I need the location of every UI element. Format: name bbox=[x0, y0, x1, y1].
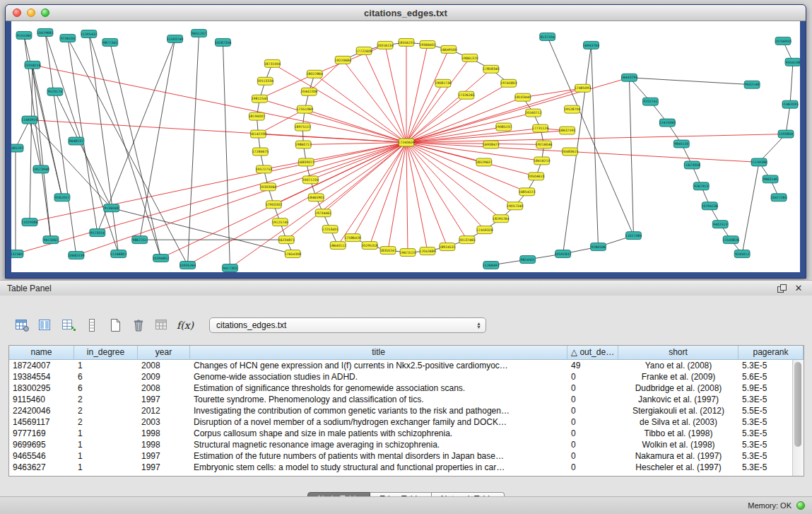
graph-node[interactable]: 19860712 bbox=[295, 141, 312, 148]
graph-edge[interactable] bbox=[629, 78, 633, 235]
graph-node[interactable]: 10573948 bbox=[33, 165, 49, 173]
row-height-icon[interactable] bbox=[83, 317, 101, 334]
graph-node[interactable]: 11027384 bbox=[625, 232, 642, 240]
graph-node[interactable]: 10592837 bbox=[555, 250, 571, 258]
graph-node[interactable]: 17284675 bbox=[252, 148, 269, 156]
graph-node[interactable]: 18637592 bbox=[559, 127, 575, 134]
show-columns-icon[interactable] bbox=[36, 317, 54, 334]
table-selector-dropdown[interactable]: citations_edges.txt ▲▼ bbox=[209, 317, 486, 333]
graph-node[interactable]: 9415062 bbox=[43, 236, 59, 244]
column-header-year[interactable]: year bbox=[138, 346, 190, 360]
graph-edge[interactable] bbox=[55, 92, 112, 209]
graph-node[interactable]: 9520174 bbox=[47, 88, 63, 95]
graph-edge[interactable] bbox=[89, 34, 161, 258]
graph-node[interactable]: 11268493 bbox=[483, 262, 499, 269]
graph-node[interactable]: 17731126 bbox=[532, 124, 548, 132]
graph-node[interactable]: 10794136 bbox=[702, 202, 718, 210]
graph-node[interactable]: 20303064 bbox=[260, 183, 276, 191]
graph-node[interactable]: 17858340 bbox=[483, 65, 499, 73]
graph-edge[interactable] bbox=[112, 208, 293, 254]
graph-node[interactable]: 18416210 bbox=[534, 157, 550, 165]
graph-node[interactable]: 9132560 bbox=[11, 250, 23, 258]
graph-edge[interactable] bbox=[406, 129, 541, 143]
table-row[interactable]: 946362711997Embryonic stem cells: a mode… bbox=[9, 462, 804, 473]
graph-node[interactable]: 10935264 bbox=[180, 262, 196, 269]
graph-node[interactable]: 10429681 bbox=[37, 28, 53, 36]
graph-node[interactable]: 17042689 bbox=[419, 247, 435, 255]
graph-node[interactable]: 16854223 bbox=[519, 188, 535, 196]
column-header-title[interactable]: title bbox=[190, 346, 567, 360]
graph-edge[interactable] bbox=[786, 105, 790, 134]
graph-node[interactable]: 9845120 bbox=[673, 140, 689, 148]
table-row[interactable]: 1938455462009Genome-wide association stu… bbox=[9, 371, 804, 382]
graph-node[interactable]: 9736104 bbox=[60, 34, 76, 42]
graph-edge[interactable] bbox=[592, 45, 599, 247]
graph-node[interactable]: 11029386 bbox=[21, 218, 37, 226]
graph-node[interactable]: 20071234 bbox=[302, 176, 319, 184]
graph-node[interactable]: 18556231 bbox=[398, 38, 414, 46]
graph-node[interactable]: 10477265 bbox=[770, 194, 787, 201]
graph-edge[interactable] bbox=[188, 33, 199, 265]
graph-node[interactable]: 11673058 bbox=[684, 161, 700, 169]
table-row[interactable]: 2242004622012Investigating the contribut… bbox=[9, 405, 804, 416]
graph-node[interactable]: 19528704 bbox=[564, 105, 580, 113]
graph-edge[interactable] bbox=[264, 143, 406, 170]
import-table-icon[interactable] bbox=[153, 317, 171, 334]
graph-node[interactable]: 17586420 bbox=[344, 234, 360, 242]
graph-edge[interactable] bbox=[406, 143, 527, 192]
graph-edge[interactable] bbox=[406, 143, 501, 219]
graph-node[interactable]: 11462035 bbox=[782, 100, 798, 108]
graph-node[interactable]: 8137204 bbox=[540, 33, 555, 40]
graph-node[interactable]: 10485297 bbox=[11, 144, 24, 152]
graph-node[interactable]: 11246807 bbox=[110, 250, 126, 258]
table-row[interactable]: 977716911998Corpus callosum shape and si… bbox=[9, 428, 804, 439]
graph-edge[interactable] bbox=[406, 143, 408, 253]
graph-node[interactable]: 9648237 bbox=[69, 137, 84, 145]
graph-edge[interactable] bbox=[385, 45, 406, 143]
graph-edge[interactable] bbox=[303, 143, 406, 145]
function-builder-icon[interactable]: f(x) bbox=[176, 317, 194, 334]
graph-node[interactable]: 9863140 bbox=[763, 175, 778, 183]
graph-node[interactable]: 9824501 bbox=[520, 256, 536, 264]
scrollbar-thumb[interactable] bbox=[794, 362, 801, 447]
minimize-window-button[interactable] bbox=[27, 8, 35, 17]
graph-node[interactable]: 18350247 bbox=[379, 247, 396, 255]
column-header-short[interactable]: short bbox=[618, 346, 739, 360]
graph-node[interactable]: 16142208 bbox=[250, 130, 266, 138]
graph-node[interactable]: 10682539 bbox=[68, 252, 84, 259]
graph-edge[interactable] bbox=[406, 143, 484, 163]
graph-node[interactable]: 9573014 bbox=[90, 229, 105, 237]
graph-node[interactable]: 20016134 bbox=[377, 41, 393, 49]
graph-node[interactable]: 16234871 bbox=[278, 236, 295, 244]
graph-node[interactable]: 10394857 bbox=[153, 255, 169, 262]
graph-node[interactable]: 17654308 bbox=[285, 250, 301, 258]
graph-edge[interactable] bbox=[30, 120, 406, 143]
graph-node[interactable]: 18103440 bbox=[514, 93, 531, 101]
graph-edge[interactable] bbox=[406, 88, 583, 143]
zoom-window-button[interactable] bbox=[41, 8, 49, 17]
graph-node[interactable]: 9267913 bbox=[693, 182, 709, 190]
graph-edge[interactable] bbox=[742, 162, 759, 254]
graph-node[interactable]: 12415063 bbox=[659, 119, 676, 127]
close-window-button[interactable] bbox=[13, 8, 21, 17]
graph-node[interactable]: 18465901 bbox=[308, 194, 324, 201]
graph-node[interactable]: 16839071 bbox=[298, 158, 314, 166]
graph-edge[interactable] bbox=[286, 143, 406, 240]
graph-edge[interactable] bbox=[259, 99, 406, 143]
graph-edge[interactable] bbox=[110, 42, 161, 258]
graph-node[interactable]: 17253401 bbox=[322, 226, 339, 233]
graph-node[interactable]: 19081736 bbox=[435, 79, 451, 87]
graph-node[interactable]: 18975122 bbox=[295, 123, 311, 131]
graph-edge[interactable] bbox=[89, 34, 119, 254]
graph-node[interactable]: 18022864 bbox=[307, 70, 323, 78]
graph-node[interactable]: 17485093 bbox=[575, 84, 591, 92]
table-row[interactable]: 1872400712008Changes of HCN gene express… bbox=[9, 360, 804, 371]
graph-edge[interactable] bbox=[140, 39, 175, 240]
graph-node[interactable]: 20442206 bbox=[301, 88, 317, 95]
graph-edge[interactable] bbox=[548, 37, 634, 235]
graph-node[interactable]: 20513334 bbox=[257, 77, 273, 85]
graph-node[interactable]: 9284506 bbox=[591, 243, 606, 251]
graph-node[interactable]: 9417305 bbox=[222, 264, 237, 272]
graph-node[interactable]: 9261057 bbox=[54, 194, 70, 201]
graph-node[interactable]: 19057340 bbox=[507, 202, 523, 210]
